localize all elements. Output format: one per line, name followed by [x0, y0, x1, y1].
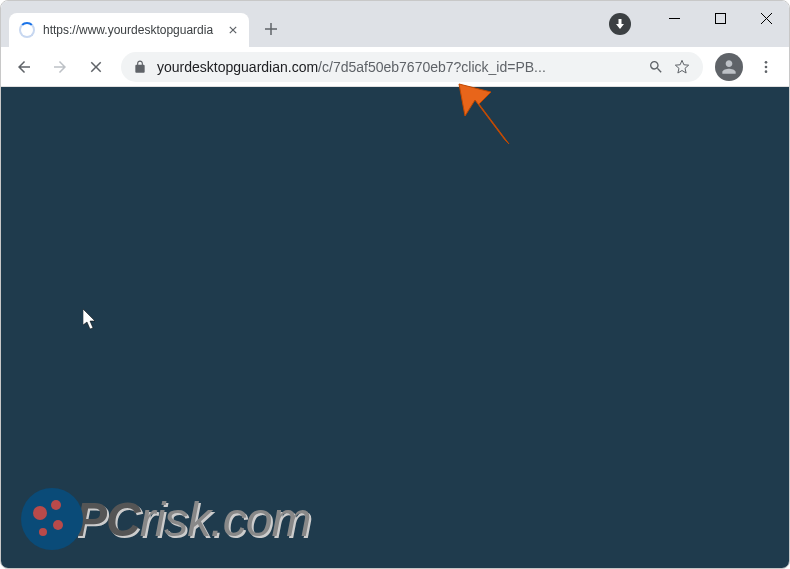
url-domain: yourdesktopguardian.com [157, 59, 318, 75]
search-in-page-button[interactable] [643, 54, 669, 80]
kebab-menu-icon [758, 59, 774, 75]
lock-icon [133, 60, 147, 74]
close-icon [87, 58, 105, 76]
profile-avatar[interactable] [715, 53, 743, 81]
watermark-logo: PCrisk.com [21, 488, 310, 550]
window-close-button[interactable] [743, 1, 789, 35]
browser-tab[interactable]: https://www.yourdesktopguardia [9, 13, 249, 47]
mouse-cursor-icon [83, 309, 99, 335]
watermark-brand-prefix: PC [75, 493, 140, 546]
back-button[interactable] [7, 50, 41, 84]
loading-spinner-icon [19, 22, 35, 38]
url-path: /c/7d5af50eb7670eb7?click_id=PB... [318, 59, 546, 75]
watermark-brand-suffix: .com [210, 493, 310, 546]
close-icon [761, 13, 772, 24]
svg-point-1 [765, 61, 768, 64]
window-controls [651, 1, 789, 35]
svg-point-2 [765, 65, 768, 68]
pointer-down-icon [615, 19, 625, 29]
toolbar: yourdesktopguardian.com/c/7d5af50eb7670e… [1, 47, 789, 87]
forward-button[interactable] [43, 50, 77, 84]
person-icon [719, 57, 739, 77]
bookmark-button[interactable] [669, 54, 695, 80]
browser-window: https://www.yourdesktopguardia [0, 0, 790, 569]
tab-title: https://www.yourdesktopguardia [43, 23, 219, 37]
maximize-button[interactable] [697, 1, 743, 35]
tab-strip: https://www.yourdesktopguardia [1, 1, 285, 47]
maximize-icon [715, 13, 726, 24]
star-icon [674, 59, 690, 75]
chrome-menu-button[interactable] [749, 50, 783, 84]
watermark-text: PCrisk.com [75, 492, 310, 547]
svg-point-3 [765, 70, 768, 73]
arrow-right-icon [51, 58, 69, 76]
new-tab-button[interactable] [257, 15, 285, 43]
tab-close-button[interactable] [225, 22, 241, 38]
minimize-icon [669, 13, 680, 24]
watermark-brand-mid: risk [140, 493, 211, 546]
minimize-button[interactable] [651, 1, 697, 35]
svg-rect-0 [715, 13, 725, 23]
titlebar: https://www.yourdesktopguardia [1, 1, 789, 47]
plus-icon [264, 22, 278, 36]
close-icon [229, 26, 237, 34]
address-bar[interactable]: yourdesktopguardian.com/c/7d5af50eb7670e… [121, 52, 703, 82]
watermark-circle-icon [21, 488, 83, 550]
arrow-left-icon [15, 58, 33, 76]
stop-reload-button[interactable] [79, 50, 113, 84]
search-icon [648, 59, 664, 75]
extension-badge[interactable] [609, 13, 631, 35]
page-content: PCrisk.com [1, 87, 789, 568]
url-display: yourdesktopguardian.com/c/7d5af50eb7670e… [157, 59, 643, 75]
